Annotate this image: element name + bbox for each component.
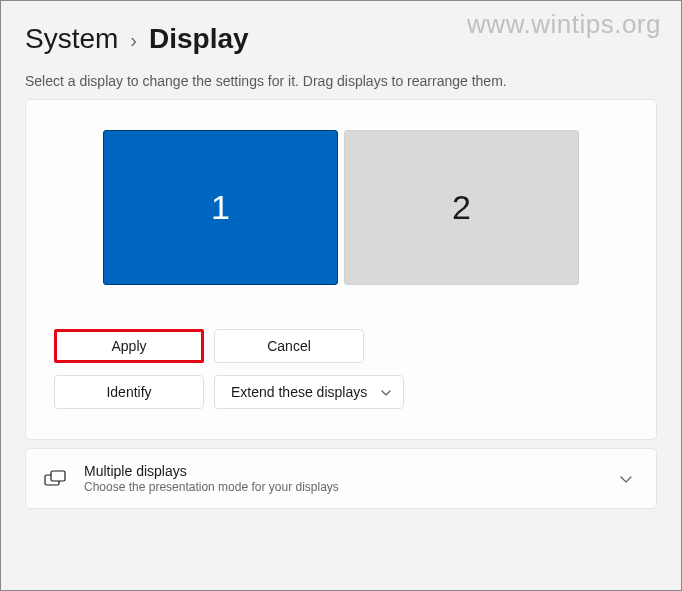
multiple-displays-row[interactable]: Multiple displays Choose the presentatio… <box>25 448 657 509</box>
display-mode-label: Extend these displays <box>231 384 367 400</box>
cancel-button[interactable]: Cancel <box>214 329 364 363</box>
display-mode-dropdown[interactable]: Extend these displays <box>214 375 404 409</box>
watermark-text: www.wintips.org <box>467 9 661 40</box>
monitor-arrangement-area[interactable]: 1 2 <box>54 130 628 285</box>
instruction-text: Select a display to change the settings … <box>25 73 657 89</box>
chevron-down-icon <box>620 471 638 486</box>
breadcrumb-parent[interactable]: System <box>25 23 118 55</box>
svg-rect-1 <box>51 471 65 481</box>
multiple-displays-icon <box>44 468 66 490</box>
chevron-right-icon: › <box>130 29 137 52</box>
breadcrumb-current: Display <box>149 23 249 55</box>
chevron-down-icon <box>381 386 391 398</box>
monitor-1[interactable]: 1 <box>103 130 338 285</box>
multiple-displays-title: Multiple displays <box>84 463 602 479</box>
multiple-displays-text: Multiple displays Choose the presentatio… <box>84 463 602 494</box>
apply-button[interactable]: Apply <box>54 329 204 363</box>
display-arrangement-card: 1 2 Apply Cancel Identify Extend these d… <box>25 99 657 440</box>
identify-button[interactable]: Identify <box>54 375 204 409</box>
multiple-displays-subtitle: Choose the presentation mode for your di… <box>84 480 602 494</box>
monitor-2[interactable]: 2 <box>344 130 579 285</box>
